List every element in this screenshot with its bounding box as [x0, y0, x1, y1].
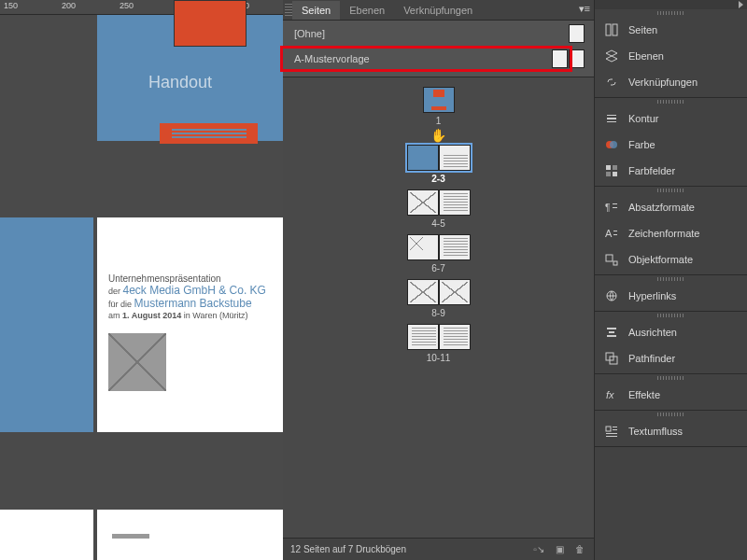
svg-rect-27: [613, 427, 617, 427]
orange-block-top[interactable]: [174, 0, 247, 47]
tab-ebenen[interactable]: Ebenen: [340, 1, 394, 20]
tab-verknuepfungen[interactable]: Verknüpfungen: [394, 1, 482, 20]
dock-item-farbe[interactable]: Farbe: [595, 132, 747, 158]
pages-icon: [604, 22, 619, 37]
pages-panel: Seiten Ebenen Verknüpfungen ▾≡ [Ohne] A-…: [283, 0, 594, 560]
svg-text:¶: ¶: [605, 203, 610, 213]
dock-item-ebenen[interactable]: Ebenen: [595, 43, 747, 69]
spread-1[interactable]: 1: [423, 87, 455, 126]
stroke-icon: [604, 111, 619, 126]
svg-rect-20: [607, 328, 616, 329]
svg-rect-13: [613, 207, 617, 208]
panel-grip-icon[interactable]: [285, 4, 292, 17]
svg-rect-12: [613, 203, 617, 204]
svg-rect-30: [606, 436, 617, 437]
svg-rect-2: [607, 118, 616, 119]
svg-rect-21: [609, 331, 614, 333]
spread-8-9[interactable]: 8-9: [407, 279, 471, 318]
svg-rect-7: [606, 165, 611, 170]
color-icon: [604, 137, 619, 152]
spread-6-7[interactable]: 6-7: [407, 234, 471, 273]
master-a-mustervorlage[interactable]: A-Mustervorlage: [283, 46, 594, 71]
paragraph-styles-icon: ¶: [604, 200, 619, 215]
dock-item-hyperlinks[interactable]: Hyperlinks: [595, 283, 747, 309]
object-styles-icon: [604, 252, 619, 267]
svg-rect-3: [607, 121, 616, 122]
links-icon: [604, 75, 619, 90]
image-placeholder[interactable]: [108, 333, 166, 391]
document-page-4[interactable]: [0, 510, 93, 560]
dock-item-seiten[interactable]: Seiten: [595, 17, 747, 43]
dock-item-zeichenformate[interactable]: A Zeichenformate: [595, 220, 747, 246]
hyperlinks-icon: [604, 288, 619, 303]
svg-rect-28: [613, 429, 617, 430]
master-pages-section: [Ohne] A-Mustervorlage: [283, 21, 594, 77]
page-thumbnails[interactable]: 1 ✋ 2-3 4-5 6-7 8-9 10-11: [283, 77, 594, 538]
right-dock: Seiten Ebenen Verknüpfungen Kontur Farbe…: [594, 0, 747, 560]
effects-icon: fx: [604, 387, 619, 402]
document-page-3[interactable]: Unternehmenspräsentation der 4eck Media …: [97, 217, 283, 432]
dock-item-absatzformate[interactable]: ¶ Absatzformate: [595, 194, 747, 220]
dock-item-verknuepfungen[interactable]: Verknüpfungen: [595, 69, 747, 95]
svg-rect-15: [613, 231, 617, 231]
character-styles-icon: A: [604, 226, 619, 241]
svg-rect-10: [613, 172, 617, 176]
svg-point-6: [610, 141, 617, 148]
spread-4-5[interactable]: 4-5: [407, 189, 471, 229]
spread-10-11[interactable]: 10-11: [407, 324, 471, 363]
dock-item-kontur[interactable]: Kontur: [595, 105, 747, 132]
document-page-1[interactable]: Handout: [97, 15, 283, 141]
panel-tab-bar: Seiten Ebenen Verknüpfungen ▾≡: [283, 0, 594, 21]
panel-menu-icon[interactable]: ▾≡: [579, 3, 590, 15]
svg-rect-8: [613, 165, 617, 170]
page-count-label: 12 Seiten auf 7 Druckbögen: [290, 544, 406, 554]
new-page-icon[interactable]: ▣: [553, 543, 566, 556]
svg-rect-18: [613, 261, 617, 265]
swatches-icon: [604, 163, 619, 178]
spread-2-3[interactable]: 2-3: [407, 145, 471, 184]
svg-rect-16: [613, 234, 617, 235]
svg-rect-17: [606, 255, 613, 261]
svg-rect-0: [606, 24, 611, 35]
orange-block-bottom[interactable]: [160, 123, 258, 144]
dock-item-effekte[interactable]: fx Effekte: [595, 382, 747, 408]
dock-item-objektformate[interactable]: Objektformate: [595, 246, 747, 273]
document-page-5[interactable]: [97, 510, 283, 560]
svg-rect-4: [607, 115, 616, 116]
dock-item-farbfelder[interactable]: Farbfelder: [595, 158, 747, 184]
svg-text:fx: fx: [606, 389, 614, 400]
tab-seiten[interactable]: Seiten: [292, 1, 340, 20]
master-none[interactable]: [Ohne]: [283, 21, 594, 46]
svg-rect-26: [606, 427, 611, 431]
svg-rect-29: [606, 433, 617, 434]
layers-icon: [604, 49, 619, 63]
dock-item-pathfinder[interactable]: Pathfinder: [595, 345, 747, 371]
document-page-2[interactable]: [0, 217, 93, 432]
pres-line1[interactable]: Unternehmenspräsentation: [108, 273, 272, 284]
dock-item-textumfluss[interactable]: Textumfluss: [595, 418, 747, 444]
align-icon: [604, 325, 619, 340]
edit-page-icon[interactable]: ▫↘: [532, 543, 545, 556]
delete-page-icon[interactable]: 🗑: [573, 543, 586, 556]
dock-collapse-button[interactable]: [595, 0, 747, 9]
svg-rect-1: [613, 24, 617, 35]
page1-title[interactable]: Handout: [148, 73, 212, 92]
pathfinder-icon: [604, 351, 619, 366]
pages-panel-footer: 12 Seiten auf 7 Druckbögen ▫↘ ▣ 🗑: [283, 538, 594, 560]
dock-item-ausrichten[interactable]: Ausrichten: [595, 319, 747, 345]
svg-rect-9: [606, 172, 611, 176]
svg-rect-22: [607, 335, 616, 337]
hand-cursor-icon: ✋: [430, 128, 446, 143]
svg-text:A: A: [605, 228, 613, 239]
text-wrap-icon: [604, 424, 619, 439]
document-canvas[interactable]: 150 200 250 300 350 Handout Unternehmens…: [0, 0, 283, 560]
